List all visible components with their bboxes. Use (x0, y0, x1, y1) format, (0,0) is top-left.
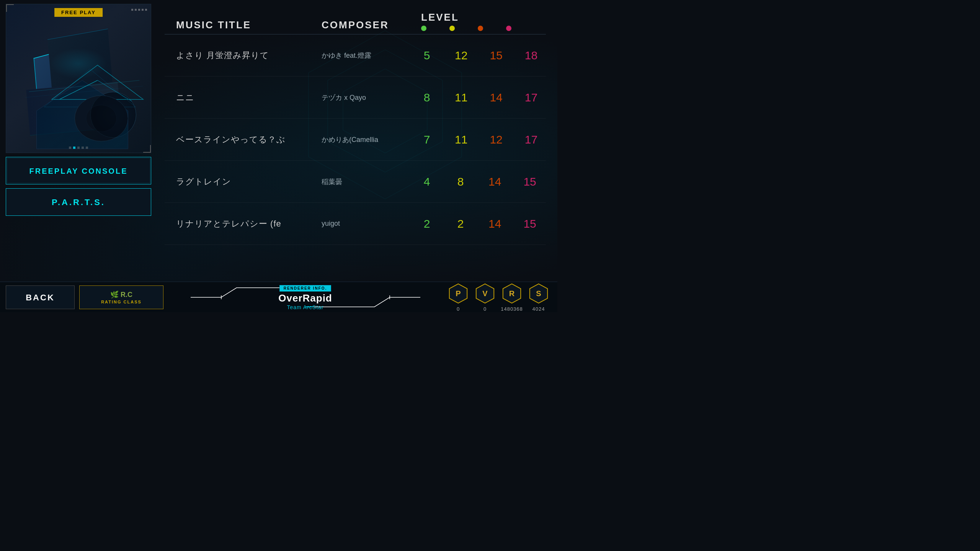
stat-badge-v: V 0 (474, 282, 496, 312)
stat-badge-r: R 1480368 (501, 282, 523, 312)
level-number: 12 (455, 49, 467, 62)
level-number: 14 (490, 91, 502, 104)
album-art-container: FREE PLAY (6, 4, 151, 153)
badge-letter: R (509, 289, 514, 298)
song-levels: 481415 (421, 175, 546, 188)
song-title: ニニ (176, 92, 322, 103)
music-row[interactable]: ベースラインやってる？ぶかめりあ(Camellia7111217 (165, 119, 546, 161)
level-dot-extra (506, 26, 511, 31)
song-levels: 221415 (421, 217, 546, 230)
music-list[interactable]: よさり 月蛍澄み昇りてかゆき feat.燈露5121518ニニテヅカ x Qay… (165, 34, 546, 282)
song-title: リナリアとテレパシー (fe (176, 218, 322, 230)
song-title: ベースラインやってる？ぶ (176, 134, 322, 145)
level-number: 14 (488, 175, 501, 188)
badge-value: 0 (483, 306, 487, 312)
level-number: 17 (525, 91, 537, 104)
rating-class-button[interactable]: 🌿 R.C RATING CLASS (79, 285, 163, 309)
song-levels: 5121518 (421, 49, 546, 62)
stat-badge-p: P 0 (447, 282, 469, 312)
song-levels: 7111217 (421, 133, 546, 146)
level-number: 11 (455, 91, 467, 104)
album-art (6, 4, 151, 153)
level-dot-easy (421, 26, 426, 31)
song-title: よさり 月蛍澄み昇りて (176, 50, 322, 61)
level-number: 8 (455, 175, 466, 188)
music-row[interactable]: よさり 月蛍澄み昇りてかゆき feat.燈露5121518 (165, 34, 546, 77)
renderer-team: Team ArcStar (278, 304, 332, 310)
badge-letter: P (456, 289, 461, 298)
level-number: 8 (421, 91, 433, 104)
bottom-connector: RENDERER INFO. OverRapid Team ArcStar (163, 284, 447, 310)
level-number: 4 (421, 175, 433, 188)
level-number: 15 (523, 175, 536, 188)
level-dot-normal (449, 26, 455, 31)
rating-icon: 🌿 R.C (110, 290, 132, 299)
song-composer: 稲葉曇 (322, 177, 421, 186)
level-number: 18 (525, 49, 537, 62)
music-row[interactable]: ニニテヅカ x Qayo8111417 (165, 77, 546, 119)
song-composer: かゆき feat.燈露 (322, 51, 421, 60)
level-number: 15 (523, 217, 536, 230)
stat-badge-s: S 4024 (528, 282, 550, 312)
corner-br-decoration (143, 145, 151, 153)
badge-value: 1480368 (501, 306, 523, 312)
badge-letter: V (482, 289, 487, 298)
level-indicators (421, 26, 546, 31)
column-header-level: LEVEL (421, 11, 546, 31)
badge-value: 0 (457, 306, 460, 312)
column-header-title: MUSIC TITLE (176, 19, 322, 31)
badge-hex-r: R (501, 282, 523, 305)
level-number: 2 (455, 217, 466, 230)
badge-hex-v: V (474, 282, 496, 305)
album-dots-bottom (69, 147, 88, 149)
renderer-name: OverRapid (278, 292, 332, 304)
level-number: 12 (490, 133, 502, 146)
column-header-composer: COMPOSER (322, 19, 421, 31)
badge-value: 4024 (532, 306, 545, 312)
song-composer: かめりあ(Camellia (322, 135, 421, 144)
badge-hex-p: P (447, 282, 469, 305)
back-button[interactable]: BACK (6, 285, 75, 309)
level-dot-hard (478, 26, 483, 31)
level-number: 2 (421, 217, 433, 230)
renderer-info-box: RENDERER INFO. OverRapid Team ArcStar (278, 284, 332, 310)
freeplay-console-button[interactable]: FREEPLAY CONSOLE (6, 157, 151, 184)
music-row[interactable]: ラグトレイン稲葉曇481415 (165, 161, 546, 203)
table-header: MUSIC TITLE COMPOSER LEVEL (165, 0, 546, 34)
badge-letter: S (536, 289, 541, 298)
song-levels: 8111417 (421, 91, 546, 104)
song-composer: テヅカ x Qayo (322, 93, 421, 102)
song-composer: yuigot (322, 220, 421, 228)
free-play-badge: FREE PLAY (54, 8, 103, 17)
bottom-bar: BACK 🌿 R.C RATING CLASS RENDERER INFO. O… (0, 282, 557, 312)
level-number: 17 (525, 133, 537, 146)
rating-class-label: RATING CLASS (101, 300, 142, 304)
song-title: ラグトレイン (176, 176, 322, 187)
svg-point-9 (86, 105, 117, 132)
music-row[interactable]: リナリアとテレパシー (feyuigot221415 (165, 203, 546, 245)
corner-tl-decoration (6, 4, 14, 12)
bottom-right-stats: P 0 V 0 R 1480368 (447, 282, 550, 312)
badge-hex-s: S (528, 282, 550, 305)
renderer-info-label: RENDERER INFO. (279, 285, 332, 292)
level-number: 14 (488, 217, 501, 230)
level-number: 11 (455, 133, 467, 146)
right-panel: MUSIC TITLE COMPOSER LEVEL よさり 月蛍澄み昇りてかゆ… (165, 0, 546, 282)
parts-button[interactable]: P.A.R.T.S. (6, 188, 151, 216)
level-number: 15 (490, 49, 502, 62)
left-buttons: FREEPLAY CONSOLE P.A.R.T.S. (6, 157, 155, 216)
level-number: 7 (421, 133, 433, 146)
left-panel: FREE PLAY (6, 4, 155, 282)
level-number: 5 (421, 49, 433, 62)
